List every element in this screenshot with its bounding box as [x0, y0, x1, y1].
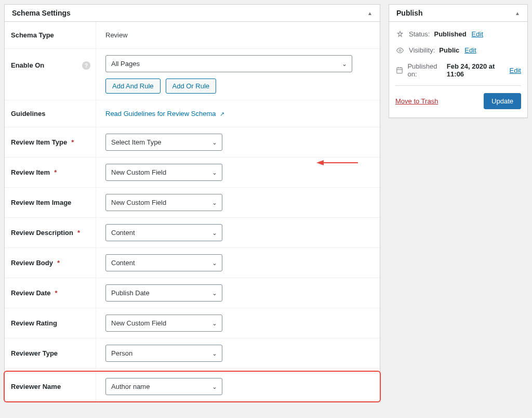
guidelines-link[interactable]: Read Guidelines for Review Schema ↗ — [105, 110, 224, 117]
add-or-rule-button[interactable]: Add Or Rule — [166, 79, 217, 94]
collapse-toggle-icon[interactable]: ▲ — [515, 10, 520, 16]
guidelines-label: Guidelines — [5, 100, 96, 127]
calendar-icon — [395, 67, 403, 74]
schema-settings-panel: Schema Settings ▲ Schema Type Review Ena… — [4, 4, 380, 402]
external-link-icon: ↗ — [220, 111, 224, 117]
help-icon[interactable]: ? — [82, 61, 90, 70]
edit-visibility-link[interactable]: Edit — [464, 46, 476, 54]
update-button[interactable]: Update — [484, 93, 521, 109]
review-item-image-select[interactable]: New Custom Field ⌄ — [105, 194, 222, 211]
review-description-row: Review Description* Content ⌄ — [5, 218, 380, 248]
edit-status-link[interactable]: Edit — [472, 30, 483, 38]
svg-marker-1 — [316, 160, 324, 165]
review-item-type-row: Review Item Type* Select Item Type ⌄ — [5, 127, 380, 158]
review-description-label: Review Description* — [5, 218, 96, 247]
schema-type-row: Schema Type Review — [5, 22, 380, 49]
review-date-select[interactable]: Publish Date ⌄ — [105, 284, 222, 302]
review-rating-label: Review Rating — [5, 308, 96, 338]
guidelines-row: Guidelines Read Guidelines for Review Sc… — [5, 100, 380, 127]
reviewer-name-label: Reviewer Name — [5, 372, 96, 401]
reviewer-name-select[interactable]: Author name ⌄ — [105, 378, 222, 395]
schema-type-value: Review — [105, 31, 128, 39]
annotation-arrow — [316, 158, 358, 168]
review-item-type-select[interactable]: Select Item Type ⌄ — [105, 134, 222, 151]
reviewer-name-highlight: Reviewer Name Author name ⌄ — [4, 371, 381, 402]
publish-panel-header[interactable]: Publish ▲ — [389, 5, 527, 22]
svg-rect-3 — [396, 68, 402, 73]
collapse-toggle-icon[interactable]: ▲ — [367, 10, 373, 16]
review-body-select[interactable]: Content ⌄ — [105, 254, 222, 271]
review-date-label: Review Date* — [5, 278, 96, 308]
review-rating-row: Review Rating New Custom Field ⌄ — [5, 308, 380, 338]
pin-icon — [395, 31, 405, 38]
review-rating-select[interactable]: New Custom Field ⌄ — [105, 315, 222, 332]
enable-on-label: Enable On ? — [5, 49, 96, 100]
review-item-select[interactable]: New Custom Field ⌄ — [105, 164, 222, 181]
publish-title: Publish — [396, 9, 423, 17]
add-and-rule-button[interactable]: Add And Rule — [105, 79, 161, 94]
enable-on-select[interactable]: All Pages ⌄ — [105, 55, 352, 72]
review-body-row: Review Body* Content ⌄ — [5, 248, 380, 278]
publish-panel: Publish ▲ Status: Published Edit Visibil… — [389, 4, 528, 118]
edit-date-link[interactable]: Edit — [510, 67, 521, 74]
move-to-trash-link[interactable]: Move to Trash — [395, 97, 438, 105]
enable-on-row: Enable On ? All Pages ⌄ Add And Rule Add… — [5, 49, 380, 100]
visibility-line: Visibility: Public Edit — [395, 42, 521, 58]
review-date-row: Review Date* Publish Date ⌄ — [5, 278, 380, 308]
schema-type-label: Schema Type — [5, 22, 96, 48]
panel-title: Schema Settings — [12, 9, 71, 17]
published-on-line: Published on: Feb 24, 2020 at 11:06 Edit — [395, 58, 521, 82]
review-body-label: Review Body* — [5, 248, 96, 278]
review-item-type-label: Review Item Type* — [5, 127, 96, 157]
review-item-label: Review Item* — [5, 158, 96, 187]
status-line: Status: Published Edit — [395, 26, 521, 42]
reviewer-type-select[interactable]: Person ⌄ — [105, 345, 222, 362]
panel-header[interactable]: Schema Settings ▲ — [5, 5, 380, 22]
eye-icon — [395, 47, 405, 54]
reviewer-name-row: Reviewer Name Author name ⌄ — [5, 372, 380, 401]
review-item-row: Review Item* New Custom Field ⌄ — [5, 158, 380, 188]
reviewer-type-row: Reviewer Type Person ⌄ — [5, 338, 380, 369]
svg-point-2 — [399, 49, 401, 51]
review-item-image-label: Review Item Image — [5, 188, 96, 217]
reviewer-type-label: Reviewer Type — [5, 338, 96, 368]
review-description-select[interactable]: Content ⌄ — [105, 224, 222, 241]
review-item-image-row: Review Item Image New Custom Field ⌄ — [5, 188, 380, 218]
